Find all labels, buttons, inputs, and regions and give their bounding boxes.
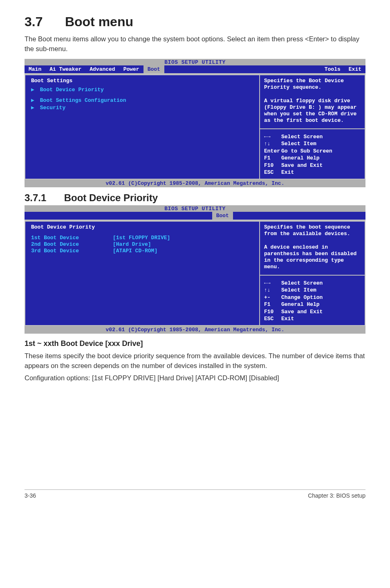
page-number: 3-36 xyxy=(25,492,36,499)
bios-copyright: v02.61 (C)Copyright 1985-2008, American … xyxy=(25,180,365,187)
boot-device-label: 1st Boot Device xyxy=(31,235,113,241)
bios-tabs: Boot xyxy=(25,212,365,220)
section-heading: 3.7 Boot menu xyxy=(25,14,365,29)
section-intro: The Boot menu items allow you to change … xyxy=(25,34,365,54)
menu-security[interactable]: ▶ Security xyxy=(31,104,253,111)
subsection-heading: 3.7.1 Boot Device Priority xyxy=(25,192,365,204)
key-arrows-lr-icon: ←→ xyxy=(264,280,281,287)
menu-boot-settings-configuration[interactable]: ▶ Boot Settings Configuration xyxy=(31,97,253,103)
boot-device-value: [1st FLOPPY DRIVE] xyxy=(113,235,170,241)
bios-help-text: Specifies the Boot Device Priority seque… xyxy=(264,78,361,124)
submenu-arrow-icon: ▶ xyxy=(31,97,37,103)
key-f1: F1 xyxy=(264,155,281,162)
tab-tools[interactable]: Tools xyxy=(321,65,345,73)
subsection-title: Boot Device Priority xyxy=(64,192,158,203)
page-footer: 3-36 Chapter 3: BIOS setup xyxy=(25,489,365,499)
tab-boot[interactable]: Boot xyxy=(143,65,164,73)
boot-device-row-2[interactable]: 2nd Boot Device [Hard Drive] xyxy=(31,241,253,247)
key-esc: ESC xyxy=(264,315,281,323)
section-title: Boot menu xyxy=(65,14,133,29)
menu-boot-device-priority[interactable]: ▶ Boot Device Priority xyxy=(31,86,253,93)
bios-left-pane: Boot Settings ▶ Boot Device Priority ▶ B… xyxy=(25,74,259,180)
key-f10: F10 xyxy=(264,162,281,169)
key-arrows-ud-icon: ↑↓ xyxy=(264,287,281,294)
tab-advanced[interactable]: Advanced xyxy=(85,65,119,73)
submenu-arrow-icon: ▶ xyxy=(31,104,37,111)
bios-help-text: Specifies the boot sequence from the ava… xyxy=(264,224,361,271)
boot-device-value: [ATAPI CD-ROM] xyxy=(113,248,157,254)
bios-left-heading: Boot Settings xyxy=(31,78,253,84)
tab-power[interactable]: Power xyxy=(119,65,143,73)
bios-copyright: v02.61 (C)Copyright 1985-2008, American … xyxy=(25,326,365,334)
boot-device-value: [Hard Drive] xyxy=(113,241,151,247)
key-arrows-ud-icon: ↑↓ xyxy=(264,140,281,148)
divider xyxy=(260,128,365,129)
subsection-number: 3.7.1 xyxy=(25,192,61,204)
boot-device-label: 3rd Boot Device xyxy=(31,248,113,254)
boot-device-label: 2nd Boot Device xyxy=(31,241,113,247)
key-esc: ESC xyxy=(264,169,281,176)
key-f1: F1 xyxy=(264,301,281,308)
divider xyxy=(260,275,365,276)
bios-help-pane: Specifies the boot sequence from the ava… xyxy=(259,221,365,326)
section-number: 3.7 xyxy=(25,14,61,29)
tab-boot[interactable]: Boot xyxy=(212,212,233,220)
boot-device-row-1[interactable]: 1st Boot Device [1st FLOPPY DRIVE] xyxy=(31,235,253,241)
key-plus-minus: +- xyxy=(264,294,281,301)
boot-device-row-3[interactable]: 3rd Boot Device [ATAPI CD-ROM] xyxy=(31,248,253,254)
tab-ai-tweaker[interactable]: Ai Tweaker xyxy=(45,65,85,73)
bios-screen-boot-settings: BIOS SETUP UTILITY Main Ai Tweaker Advan… xyxy=(25,59,365,187)
submenu-arrow-icon: ▶ xyxy=(31,86,37,93)
key-f10: F10 xyxy=(264,308,281,316)
bios-title: BIOS SETUP UTILITY xyxy=(25,205,365,212)
option-description-1: These items specify the boot device prio… xyxy=(25,351,365,371)
tab-exit[interactable]: Exit xyxy=(345,65,365,73)
option-description-2: Configuration options: [1st FLOPPY DRIVE… xyxy=(25,373,365,383)
key-enter: Enter xyxy=(264,148,281,155)
bios-title: BIOS SETUP UTILITY xyxy=(25,59,365,65)
chapter-label: Chapter 3: BIOS setup xyxy=(308,492,365,499)
option-heading: 1st ~ xxth Boot Device [xxx Drive] xyxy=(25,339,365,348)
bios-key-legend: ←→Select Screen ↑↓Select Item EnterGo to… xyxy=(264,133,361,176)
tab-main[interactable]: Main xyxy=(25,65,45,73)
key-arrows-lr-icon: ←→ xyxy=(264,133,281,141)
bios-screen-boot-device-priority: BIOS SETUP UTILITY Boot Boot Device Prio… xyxy=(25,205,365,334)
bios-left-heading: Boot Device Priority xyxy=(31,224,253,230)
bios-tabs: Main Ai Tweaker Advanced Power Boot Tool… xyxy=(25,65,365,73)
bios-key-legend: ←→Select Screen ↑↓Select Item +-Change O… xyxy=(264,280,361,323)
bios-help-pane: Specifies the Boot Device Priority seque… xyxy=(259,74,365,180)
bios-left-pane: Boot Device Priority 1st Boot Device [1s… xyxy=(25,221,259,326)
